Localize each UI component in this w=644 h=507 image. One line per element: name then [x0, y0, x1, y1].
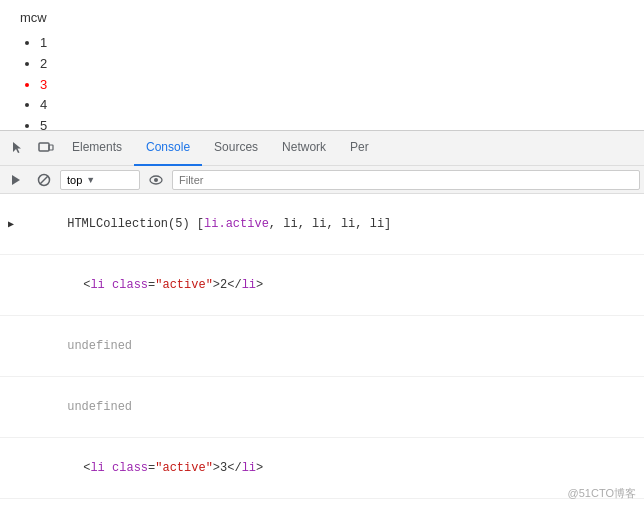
undefined-line-2: undefined	[0, 377, 644, 438]
tab-elements[interactable]: Elements	[60, 131, 134, 166]
dropdown-arrow-icon: ▼	[86, 175, 95, 185]
context-label: top	[67, 174, 82, 186]
html-tag-line-1: <li class="active">2</li>	[0, 255, 644, 316]
console-toolbar: top ▼	[0, 166, 644, 194]
list-item-4: 4	[40, 95, 624, 116]
eye-icon-btn[interactable]	[144, 168, 168, 192]
responsive-icon-btn[interactable]	[32, 134, 60, 162]
item-list: 1 2 3 4 5	[20, 33, 624, 137]
tab-network[interactable]: Network	[270, 131, 338, 166]
svg-line-4	[40, 176, 48, 184]
browser-content: mcw 1 2 3 4 5	[0, 0, 644, 130]
devtools-panel: Elements Console Sources Network Per	[0, 130, 644, 507]
svg-rect-1	[49, 145, 53, 150]
devtools-tabs-row: Elements Console Sources Network Per	[0, 131, 644, 166]
html-collection-label: HTMLCollection(5) [	[67, 217, 204, 231]
list-item-2: 2	[40, 54, 624, 75]
tab-sources[interactable]: Sources	[202, 131, 270, 166]
list-item-1: 1	[40, 33, 624, 54]
filter-input[interactable]	[172, 170, 640, 190]
tab-console[interactable]: Console	[134, 131, 202, 166]
watermark: @51CTO博客	[568, 486, 636, 501]
list-item-3: 3	[40, 75, 624, 96]
undefined-line-1: undefined	[0, 316, 644, 377]
tab-performance[interactable]: Per	[338, 131, 381, 166]
undefined-line-3: undefined	[0, 499, 644, 507]
svg-marker-2	[12, 175, 20, 185]
context-selector[interactable]: top ▼	[60, 170, 140, 190]
svg-point-6	[154, 178, 158, 182]
html-tag-line-2: <li class="active">3</li>	[0, 438, 644, 499]
run-icon-btn[interactable]	[4, 168, 28, 192]
console-output: HTMLCollection(5) [li.active, li, li, li…	[0, 194, 644, 507]
page-title: mcw	[20, 10, 624, 25]
collection-line[interactable]: HTMLCollection(5) [li.active, li, li, li…	[0, 194, 644, 255]
cursor-icon-btn[interactable]	[4, 134, 32, 162]
clear-icon-btn[interactable]	[32, 168, 56, 192]
svg-rect-0	[39, 143, 49, 151]
list-area: 1 2 3 4 5	[20, 33, 624, 137]
